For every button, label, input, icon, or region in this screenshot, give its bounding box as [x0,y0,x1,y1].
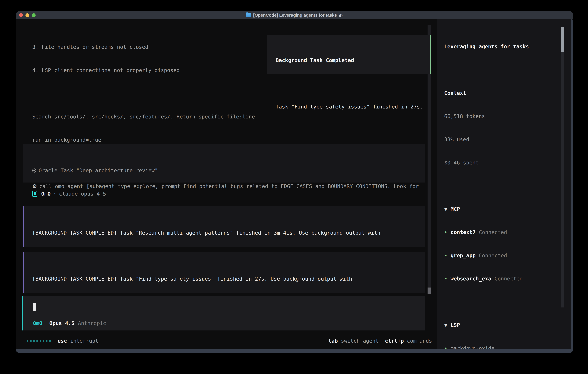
lsp-section-header[interactable]: ▼LSP [444,321,569,329]
sidebar-scrollbar-thumb[interactable] [561,27,564,52]
chevron-down-icon: ▼ [444,321,451,329]
context-spent: $0.46 spent [444,159,569,166]
ctrl-p-key: ctrl+p [385,337,404,345]
sidebar-blank [444,66,569,74]
mcp-name: context7 [451,229,476,235]
mcp-status: Connected [494,276,523,281]
toast-notification: Background Task Completed Task "Find typ… [267,35,431,74]
sidebar: Leveraging agents for tasks Context 66,5… [444,27,569,353]
footer-provider: Anthropic [78,319,106,327]
context-used: 33% used [444,135,569,143]
toast-body: Task "Find type safety issues" finished … [276,103,430,111]
oracle-task-title: Oracle Task "Deep architecture review" [39,167,158,173]
mcp-item: •websearch_exaConnected [444,275,569,283]
minimize-button[interactable] [25,13,29,17]
ctrl-p-label: commands [407,337,432,345]
task-message-box: [BACKGROUND TASK COMPLETED] Task "Resear… [23,206,425,247]
mcp-item: •grep_appConnected [444,252,569,260]
window-bottom-border [16,349,573,353]
sidebar-scrollbar-track[interactable] [561,27,564,307]
app-window: 3. File handles or streams not closed 4.… [16,11,573,353]
radio-dot-icon [32,168,36,173]
tab-key: tab [328,337,338,345]
close-button[interactable] [19,13,23,17]
footer-model: Opus 4.5 [49,319,74,327]
agent-name: OmO [41,190,51,198]
window-title: [OpenCode] Leveraging agents for tasks [253,13,337,18]
traffic-lights [19,13,36,17]
input-footer: OmO Opus 4.5 Anthropic [33,319,106,327]
bullet-icon: • [444,252,451,260]
mcp-status: Connected [479,252,507,259]
mcp-section-header[interactable]: ▼MCP [444,205,569,213]
terminal-line: run_in_background=true] [32,136,419,144]
chevron-down-icon: ▼ [444,205,451,213]
oracle-task-title-line: Oracle Task "Deep architecture review" [32,166,425,174]
agent-cursor-icon [32,191,37,197]
zoom-button[interactable] [32,13,36,17]
toast-blank [276,80,430,87]
mcp-status: Connected [479,229,507,235]
mcp-name: grep_app [451,252,476,259]
separator-dot: · [53,190,56,198]
status-right-group: tab switch agent ctrl+p commands [328,337,432,345]
task-message-line: [BACKGROUND TASK COMPLETED] Task "Resear… [32,229,425,237]
context-tokens: 66,518 tokens [444,112,569,120]
sidebar-blank [444,182,569,190]
titlebar[interactable]: [OpenCode] Leveraging agents for tasks ◐ [16,11,573,19]
task-message-box: [BACKGROUND TASK COMPLETED] Task "Find t… [23,252,425,293]
context-heading: Context [444,89,569,97]
mcp-name: websearch_exa [451,276,491,281]
main-scrollbar-thumb[interactable] [428,288,431,294]
title-group: [OpenCode] Leveraging agents for tasks ◐ [246,13,343,18]
agent-header: OmO · claude-opus-4-5 [32,190,106,198]
text-cursor [33,303,36,311]
bullet-icon: • [444,228,451,236]
mcp-item: •context7Connected [444,228,569,236]
folder-icon [246,13,251,17]
prompt-input[interactable]: OmO Opus 4.5 Anthropic [22,296,425,331]
sidebar-title: Leveraging agents for tasks [444,43,569,51]
tab-label: switch agent [341,337,378,345]
toast-title: Background Task Completed [276,56,430,64]
lsp-heading: LSP [451,322,460,328]
footer-agent-name: OmO [33,319,42,327]
oracle-task-box: Oracle Task "Deep architecture review" c… [23,144,425,183]
task-message-line: [BACKGROUND TASK COMPLETED] Task "Find t… [32,275,425,283]
mcp-heading: MCP [451,206,460,212]
agent-model: claude-opus-4-5 [59,190,106,198]
spinner-dots-icon [27,340,51,342]
esc-key: esc [58,337,67,345]
half-circle-icon: ◐ [339,13,343,18]
bullet-icon: • [444,275,451,283]
sidebar-blank [444,298,569,306]
window-right-border [571,19,573,353]
status-bar: esc interrupt tab switch agent ctrl+p co… [27,337,432,345]
esc-label: interrupt [70,337,98,345]
